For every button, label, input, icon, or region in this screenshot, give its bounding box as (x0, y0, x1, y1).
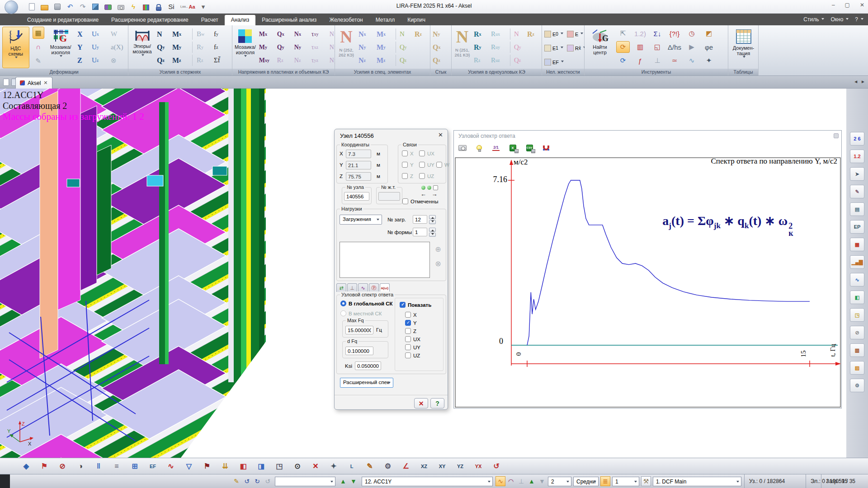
tool-button[interactable]: ◷ (685, 28, 698, 39)
spectrum-type-combo[interactable]: Расширенный спек (340, 378, 393, 388)
status-icon[interactable]: ✎ (231, 476, 241, 486)
maximize-button[interactable]: ▢ (845, 2, 850, 8)
result-letter-button[interactable]: My (259, 42, 267, 53)
prev-next-arrows[interactable]: ← → (420, 191, 439, 197)
minimize-button[interactable]: ‒ (832, 2, 835, 8)
scheme-view-button[interactable]: ▦ (33, 27, 44, 39)
panel-button[interactable]: ◳ (850, 308, 864, 322)
result-letter-button[interactable]: Qz (157, 55, 165, 66)
stiffness-button[interactable]: EF (544, 56, 564, 68)
result-letter-button[interactable]: Uz (92, 55, 99, 66)
loads-type-combo[interactable]: Загружения (340, 215, 382, 225)
toolbar-button[interactable]: ⇊ (219, 460, 231, 473)
measure-button[interactable]: ✎ (33, 55, 44, 67)
direction-checkbox[interactable]: UX (405, 336, 420, 342)
loadcase-down-icon[interactable]: ▼ (349, 476, 359, 486)
direction-checkbox[interactable]: Y (405, 320, 420, 326)
stiffness-button[interactable]: E1 (544, 42, 564, 54)
result-letter-button[interactable]: Ry (197, 42, 203, 53)
result-letter-button[interactable]: τyz (311, 55, 318, 66)
toolbar-button[interactable]: ≡ (110, 460, 123, 473)
result-letter-button[interactable]: N (157, 28, 162, 40)
panel-button[interactable]: ▦ (850, 238, 864, 251)
plate-mosaic-button[interactable]: Мозаика/ изополя (235, 27, 256, 68)
result-letter-button[interactable]: Qy (277, 42, 284, 53)
ribbon-tab[interactable]: Создание и редактирование (21, 15, 105, 25)
status-icon[interactable]: ⊥ (516, 476, 526, 486)
ribbon-tab[interactable]: Кирпич (401, 15, 432, 25)
status-icon[interactable]: ↻ (252, 476, 262, 486)
toolbar-button[interactable]: ∿ (165, 460, 177, 473)
dialog-cancel-button[interactable]: ✕ (414, 398, 428, 408)
toolbar-button[interactable]: ⊘ (56, 460, 69, 473)
ribbon-tab[interactable]: Расчет (195, 15, 225, 25)
link-z[interactable]: Z (402, 173, 413, 179)
result-letter-button[interactable]: τxz (311, 42, 318, 53)
stiffness-button[interactable]: E (567, 28, 586, 40)
tool-button[interactable]: ⟳ (616, 41, 630, 53)
link-uy[interactable]: UY (419, 162, 434, 168)
form-number-field[interactable] (413, 228, 427, 236)
toolbar-button[interactable]: YZ (454, 460, 467, 473)
toolbar-button[interactable]: ‖ (92, 460, 105, 473)
tool-button[interactable]: ≃ (668, 55, 681, 66)
dcf-combo[interactable]: 1. DCF Main (653, 477, 741, 486)
direction-checkbox[interactable]: UZ (405, 352, 420, 358)
toolbar-button[interactable]: ⚙ (382, 460, 394, 473)
result-type-tab[interactable]: ∿ (358, 283, 368, 292)
toolbar-button[interactable]: ◧ (237, 460, 250, 473)
toolbar-button[interactable]: ◳ (273, 460, 286, 473)
coord-z-field[interactable] (346, 172, 371, 181)
loadcase-combo[interactable]: 12. ACC1Y (362, 477, 493, 486)
panel-button[interactable]: ◧ (850, 291, 864, 304)
result-letter-button[interactable]: Mx (259, 28, 267, 40)
toolbar-button[interactable]: ▽ (183, 460, 195, 473)
ribbon-tab[interactable]: Анализ (225, 15, 256, 25)
result-letter-button[interactable]: Mx (377, 28, 386, 40)
panel-button[interactable]: ▥ (850, 343, 864, 357)
status-icon[interactable]: ▲ (527, 476, 537, 486)
coord-y-field[interactable] (346, 161, 371, 169)
result-letter-button[interactable]: Nx (294, 28, 301, 40)
tool-button[interactable]: 1.2) (633, 28, 647, 39)
maxfq-field[interactable] (345, 326, 373, 334)
node-nav[interactable] (421, 185, 438, 190)
toolbar-button[interactable]: ⊞ (128, 460, 141, 473)
result-letter-button[interactable]: My (377, 42, 386, 53)
result-letter-button[interactable]: ⊗ (111, 55, 117, 66)
tool-button[interactable]: {?!} (668, 28, 681, 39)
tool-button[interactable]: ƒ (633, 55, 647, 66)
ribbon-tab[interactable]: Расширенный анализ (255, 15, 323, 25)
stiffness-button[interactable]: E0 (544, 28, 564, 40)
dialog-help-button[interactable]: ? (430, 398, 444, 408)
link-w[interactable]: W (436, 162, 449, 168)
result-letter-button[interactable]: My (172, 42, 181, 53)
mosaic-isofields-button[interactable]: G Мозаика/ изополя (47, 27, 74, 68)
result-letter-button[interactable]: Qz (514, 55, 521, 66)
result-type-tab[interactable]: ⊥ (347, 283, 357, 292)
toolbar-button[interactable]: YX (472, 460, 485, 473)
loads-listbox[interactable] (340, 242, 430, 278)
direction-checkbox[interactable]: X (405, 312, 420, 318)
rigid-body-field[interactable] (378, 192, 400, 201)
ribbon-tab[interactable]: Расширенное редактирование (105, 15, 195, 25)
toolbar-button[interactable]: XZ (418, 460, 430, 473)
tool-button[interactable]: ▶ (685, 41, 698, 53)
result-letter-button[interactable]: Uy (92, 42, 99, 53)
coord-x-field[interactable] (346, 150, 371, 158)
link-ux[interactable]: UX (419, 150, 434, 156)
result-letter-button[interactable]: Mx (172, 28, 181, 40)
form-number-spinner[interactable] (429, 228, 436, 237)
tab-scroll-left-icon[interactable]: ◄ (854, 79, 858, 84)
tool-button[interactable]: ◩ (702, 28, 716, 39)
tab-scroll-right-icon[interactable]: ► (861, 79, 865, 84)
toolbar-button[interactable]: EF (146, 460, 159, 473)
result-type-tab[interactable]: ⇄ (336, 283, 346, 292)
panel-button[interactable]: ▁▄▇ (850, 255, 864, 269)
dfq-field[interactable] (345, 347, 373, 355)
spectrum-plot[interactable] (454, 131, 842, 409)
panel-button[interactable]: ⚙ (850, 379, 864, 392)
result-letter-button[interactable]: X (77, 28, 83, 40)
result-letter-button[interactable]: Ruy (491, 42, 500, 53)
averaging-combo[interactable]: Средни (573, 477, 599, 486)
